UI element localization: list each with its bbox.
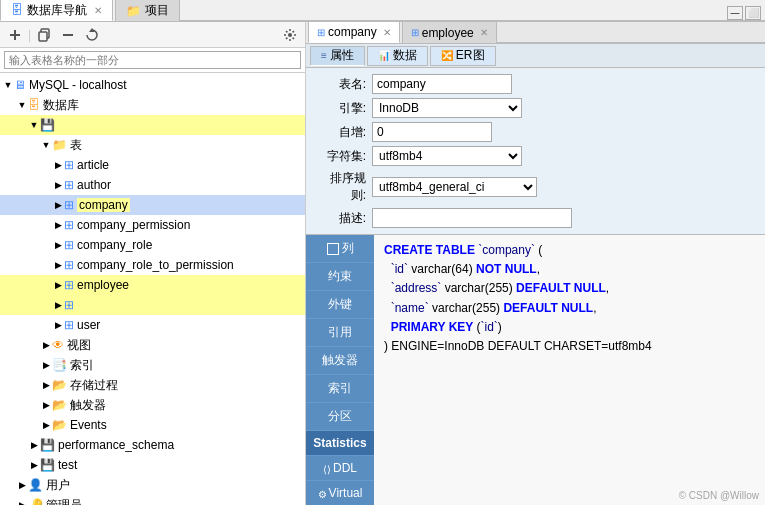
arrow-icon: ▼ bbox=[28, 120, 40, 130]
tab-db-nav[interactable]: 🗄 数据库导航 ✕ bbox=[0, 0, 113, 21]
sidebar-item-fk[interactable]: 外键 bbox=[306, 291, 374, 319]
server-label: MySQL - localhost bbox=[29, 78, 127, 92]
tree-node-server[interactable]: ▼ 🖥 MySQL - localhost bbox=[0, 75, 305, 95]
company-tab-label: company bbox=[328, 25, 377, 39]
arrow-icon: ▼ bbox=[16, 100, 28, 110]
sidebar-item-ddl[interactable]: ⟨⟩DDL bbox=[306, 456, 374, 481]
project-tab-label: 项目 bbox=[145, 2, 169, 19]
views-icon: 👁 bbox=[52, 338, 64, 352]
constraints-label: 约束 bbox=[328, 269, 352, 283]
virtual-icon: ⚙ bbox=[318, 489, 327, 500]
table-icon: ⊞ bbox=[64, 218, 74, 232]
tab-er[interactable]: 🔀 ER图 bbox=[430, 46, 496, 66]
er-tab-label: ER图 bbox=[456, 47, 485, 64]
svg-point-6 bbox=[288, 33, 292, 37]
sidebar-item-constraints[interactable]: 约束 bbox=[306, 263, 374, 291]
search-input[interactable] bbox=[4, 51, 301, 69]
arrow-icon: ▶ bbox=[52, 260, 64, 270]
tab-properties[interactable]: ≡ 属性 bbox=[310, 46, 365, 66]
data-icon: 📊 bbox=[378, 50, 390, 61]
table-name-input[interactable] bbox=[372, 74, 512, 94]
minimize-button[interactable]: — bbox=[727, 6, 743, 20]
ddl-icon: ⟨⟩ bbox=[323, 464, 331, 475]
sidebar-item-columns[interactable]: 列 bbox=[306, 235, 374, 263]
tree-node-company-permission[interactable]: ▶ ⊞ company_permission bbox=[0, 215, 305, 235]
perf-schema-icon: 💾 bbox=[40, 438, 55, 452]
right-panel: ⊞ company ✕ ⊞ employee ✕ ≡ 属性 📊 bbox=[306, 22, 765, 505]
tab-company[interactable]: ⊞ company ✕ bbox=[308, 22, 400, 43]
table-icon: ⊞ bbox=[64, 258, 74, 272]
settings-button[interactable] bbox=[279, 26, 301, 44]
proc-icon: 📂 bbox=[52, 378, 67, 392]
props-tab-label: 属性 bbox=[330, 47, 354, 64]
sql-line-2: `id` varchar(64) NOT NULL, bbox=[384, 260, 755, 279]
svg-rect-3 bbox=[39, 32, 47, 41]
charset-select[interactable]: utf8mb4 bbox=[372, 146, 522, 166]
tab-data[interactable]: 📊 数据 bbox=[367, 46, 428, 66]
refresh-button[interactable] bbox=[81, 26, 103, 44]
tree-node-user[interactable]: ▶ ⊞ user bbox=[0, 315, 305, 335]
tree-node-company-role[interactable]: ▶ ⊞ company_role bbox=[0, 235, 305, 255]
arrow-icon: ▶ bbox=[40, 340, 52, 350]
add-connection-button[interactable] bbox=[4, 26, 26, 44]
index-icon: 📑 bbox=[52, 358, 67, 372]
company-role-label: company_role bbox=[77, 238, 152, 252]
users-label: 用户 bbox=[46, 477, 70, 494]
sidebar-item-partitions[interactable]: 分区 bbox=[306, 403, 374, 431]
tree-node-events[interactable]: ▶ 📂 Events bbox=[0, 415, 305, 435]
tree-node-author[interactable]: ▶ ⊞ author bbox=[0, 175, 305, 195]
author-label: author bbox=[77, 178, 111, 192]
tree-node-stored-procs[interactable]: ▶ 📂 存储过程 bbox=[0, 375, 305, 395]
arrow-icon: ▶ bbox=[16, 500, 28, 505]
auto-inc-input[interactable] bbox=[372, 122, 492, 142]
tree-node-company[interactable]: ▶ ⊞ company bbox=[0, 195, 305, 215]
tree-node-article[interactable]: ▶ ⊞ article bbox=[0, 155, 305, 175]
schema-icon: 💾 bbox=[40, 118, 55, 132]
admin-label: 管理员 bbox=[46, 497, 82, 506]
arrow-icon: ▶ bbox=[40, 360, 52, 370]
columns-label: 列 bbox=[342, 241, 354, 255]
tree-node-hidden1[interactable]: ▶ ⊞ bbox=[0, 295, 305, 315]
sidebar-item-triggers[interactable]: 触发器 bbox=[306, 347, 374, 375]
stored-procs-label: 存储过程 bbox=[70, 377, 118, 394]
sidebar-item-virtual[interactable]: ⚙Virtual bbox=[306, 481, 374, 505]
tab-close-company[interactable]: ✕ bbox=[383, 27, 391, 38]
tree-node-perf-schema[interactable]: ▶ 💾 performance_schema bbox=[0, 435, 305, 455]
company-permission-label: company_permission bbox=[77, 218, 190, 232]
comment-input[interactable] bbox=[372, 208, 572, 228]
tab-project[interactable]: 📁 项目 bbox=[115, 0, 180, 21]
arrow-icon: ▼ bbox=[40, 140, 52, 150]
svg-rect-1 bbox=[14, 30, 16, 40]
tree-node-databases[interactable]: ▼ 🗄 数据库 bbox=[0, 95, 305, 115]
tab-close-db-nav[interactable]: ✕ bbox=[94, 5, 102, 16]
perf-schema-label: performance_schema bbox=[58, 438, 174, 452]
tree-area[interactable]: ▼ 🖥 MySQL - localhost ▼ 🗄 数据库 ▼ 💾 bbox=[0, 73, 305, 505]
sidebar-item-indexes[interactable]: 索引 bbox=[306, 375, 374, 403]
er-icon: 🔀 bbox=[441, 50, 453, 61]
copy-button[interactable] bbox=[33, 26, 55, 44]
collation-select[interactable]: utf8mb4_general_ci bbox=[372, 177, 537, 197]
sidebar-item-refs[interactable]: 引用 bbox=[306, 319, 374, 347]
restore-button[interactable]: ⬜ bbox=[745, 6, 761, 20]
engine-select[interactable]: InnoDB bbox=[372, 98, 522, 118]
arrow-icon: ▶ bbox=[52, 180, 64, 190]
sidebar-item-statistics[interactable]: Statistics bbox=[306, 431, 374, 456]
tab-close-employee[interactable]: ✕ bbox=[480, 27, 488, 38]
tab-employee[interactable]: ⊞ employee ✕ bbox=[402, 22, 497, 43]
tree-node-company-role-perm[interactable]: ▶ ⊞ company_role_to_permission bbox=[0, 255, 305, 275]
tree-node-views[interactable]: ▶ 👁 视图 bbox=[0, 335, 305, 355]
engine-label: 引擎: bbox=[316, 100, 366, 117]
props-icon: ≡ bbox=[321, 50, 327, 61]
table-icon: ⊞ bbox=[64, 158, 74, 172]
table-icon: ⊞ bbox=[64, 238, 74, 252]
tree-node-indexes[interactable]: ▶ 📑 索引 bbox=[0, 355, 305, 375]
delete-button[interactable] bbox=[57, 26, 79, 44]
tree-node-tables[interactable]: ▼ 📁 表 bbox=[0, 135, 305, 155]
tree-node-schema1[interactable]: ▼ 💾 bbox=[0, 115, 305, 135]
triggers-label: 触发器 bbox=[70, 397, 106, 414]
tree-node-test[interactable]: ▶ 💾 test bbox=[0, 455, 305, 475]
tree-node-admin[interactable]: ▶ 🔑 管理员 bbox=[0, 495, 305, 505]
tree-node-triggers[interactable]: ▶ 📂 触发器 bbox=[0, 395, 305, 415]
tree-node-employee[interactable]: ▶ ⊞ employee bbox=[0, 275, 305, 295]
tree-node-users[interactable]: ▶ 👤 用户 bbox=[0, 475, 305, 495]
